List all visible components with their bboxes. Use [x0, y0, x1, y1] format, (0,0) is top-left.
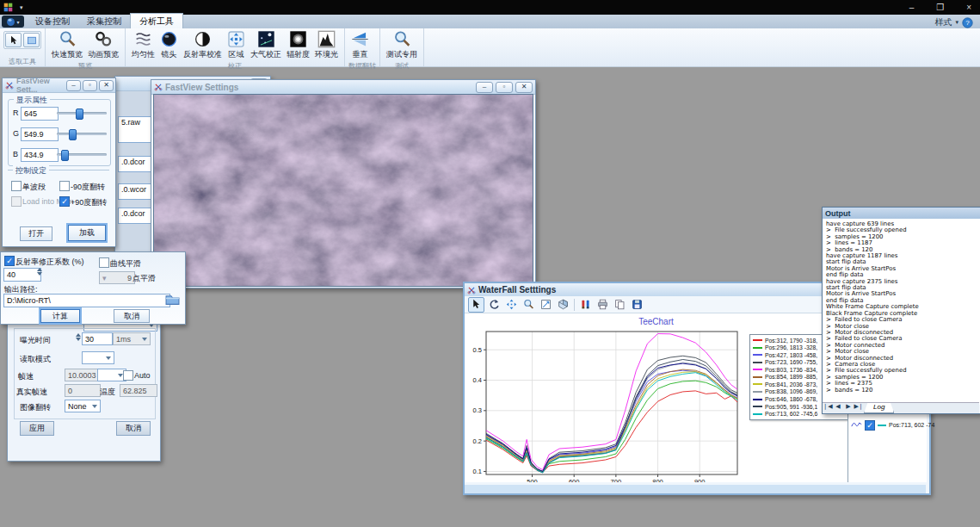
smooth-checkbox[interactable] [99, 257, 109, 268]
ribbon-button[interactable]: 环境光 [312, 29, 341, 61]
fastview-minimize-button[interactable]: – [66, 80, 81, 91]
style-dropdown[interactable]: 样式 [934, 16, 952, 28]
channel-G-input[interactable]: 549.9 [21, 127, 59, 141]
legend-swatch [753, 399, 762, 400]
log-prev-button[interactable]: ◀ [833, 403, 843, 413]
channel-G-slider[interactable] [57, 133, 107, 135]
folder-browse-icon[interactable] [165, 292, 180, 307]
app-menu-caret-icon: ▾ [16, 19, 19, 25]
channel-R-slider-thumb[interactable] [76, 108, 83, 120]
close-button[interactable]: × [966, 3, 971, 12]
ribbon-button[interactable]: 区域 [225, 29, 248, 61]
ribbon-button[interactable]: 辐射度 [284, 29, 312, 61]
magnifier-icon [393, 30, 411, 48]
tool-select-rect-button[interactable] [23, 33, 40, 47]
auto-checkbox[interactable] [123, 370, 133, 381]
smooth-points-dropdown[interactable]: ▾9 [99, 271, 135, 284]
output-log[interactable]: have capture 639 lines> File successfull… [823, 219, 980, 405]
legend-swatch [753, 362, 762, 363]
wf-zoom-button[interactable] [521, 298, 536, 312]
wf-save-button[interactable] [630, 298, 644, 312]
legend-label: Pos:713, 602 -745,6 [765, 411, 817, 417]
legend-label: Pos:312, 1790 -318, [765, 338, 817, 344]
app-menu-button[interactable]: ▾ [2, 16, 24, 28]
curve-icon [851, 419, 862, 431]
channel-R-slider[interactable] [57, 112, 107, 115]
channel-G-slider-thumb[interactable] [69, 129, 77, 140]
wf-tools-button[interactable] [578, 298, 593, 312]
ribbon-button[interactable]: 测试专用 [384, 29, 420, 61]
series-list-item[interactable]: ✓ Pos:713, 602 -74 [851, 419, 934, 431]
ribbon-tab-3[interactable]: 分析工具 [130, 13, 183, 28]
framerate-input[interactable]: 10.0003 [65, 369, 101, 381]
wf-cursor-button[interactable] [468, 297, 484, 313]
open-button[interactable]: 打开 [20, 226, 52, 241]
x-tick-label: 500 [527, 478, 538, 482]
exposure-unit-dropdown[interactable]: 1ms [113, 332, 151, 345]
readmode-dropdown[interactable] [82, 351, 114, 364]
ribbon-button[interactable]: 反射率校准 [181, 29, 225, 61]
channel-B-input[interactable]: 434.9 [21, 148, 59, 162]
image-maximize-button[interactable]: ▫ [496, 82, 513, 93]
magnifier-icon [59, 30, 77, 48]
log-tab[interactable]: Log [864, 403, 894, 413]
spectral-preview-image[interactable] [154, 95, 533, 286]
fastview-close-button[interactable]: ✕ [99, 80, 114, 91]
camera-cancel-button[interactable]: 取消 [116, 421, 151, 436]
apply-button[interactable]: 应用 [20, 421, 54, 436]
channel-B-slider[interactable] [57, 153, 107, 156]
log-last-button[interactable]: ▶❘ [854, 403, 864, 413]
output-titlebar[interactable]: Output [823, 208, 980, 220]
ribbon-button[interactable]: 动画预览 [85, 29, 121, 61]
ribbon-button[interactable]: 垂直 [348, 29, 372, 61]
image-close-button[interactable]: ✕ [515, 82, 533, 93]
folder-icon[interactable] [165, 292, 180, 307]
checkbox-1[interactable] [59, 181, 70, 191]
series-visible-checkbox[interactable]: ✓ [865, 420, 875, 431]
flip-dropdown[interactable]: None [65, 400, 101, 412]
image-minimize-button[interactable]: – [476, 82, 493, 93]
y-tick-label: 0.1 [473, 468, 482, 475]
ribbon-button-label: 快速预览 [52, 49, 83, 60]
wf-undo-button[interactable] [487, 298, 502, 312]
legend-swatch [753, 406, 762, 407]
help-circle-icon[interactable]: ? [962, 17, 973, 28]
calculate-button[interactable]: 计算 [40, 309, 80, 323]
load-button[interactable]: 加载 [68, 225, 106, 241]
ribbon-tab-1[interactable]: 设备控制 [27, 14, 78, 28]
minimize-button[interactable]: – [909, 3, 915, 12]
exposure-input[interactable]: 30 [82, 332, 113, 345]
checkbox-2[interactable] [11, 196, 22, 207]
checkbox-3[interactable]: ✓ [59, 196, 70, 207]
ribbon-button-label: 大气校正 [250, 49, 281, 60]
channel-B-slider-thumb[interactable] [61, 150, 69, 161]
restore-button[interactable]: ❐ [936, 3, 944, 12]
wf-view-3d-button[interactable] [556, 298, 570, 312]
image-window-titlebar[interactable]: FastView Settings – ▫ ✕ [151, 80, 535, 95]
reflect-cancel-button[interactable]: 取消 [114, 309, 150, 323]
channel-R-input[interactable]: 645 [21, 107, 59, 121]
ribbon-button[interactable]: 大气校正 [248, 29, 284, 61]
tool-cursor-button[interactable] [5, 33, 22, 47]
log-first-button[interactable]: ❘◀ [823, 403, 833, 413]
checkbox-0[interactable] [11, 181, 22, 191]
night-sky-icon [257, 30, 275, 48]
help-icon[interactable]: ? [962, 17, 973, 28]
ribbon-button[interactable]: 均匀性 [129, 29, 157, 61]
legend-label: Pos:838, 1096 -869, [765, 388, 817, 394]
quick-access-caret-icon[interactable]: ▾ [20, 4, 23, 11]
style-caret-icon[interactable]: ▾ [955, 19, 958, 26]
wf-print-button[interactable] [595, 298, 610, 312]
coef-checkbox[interactable]: ✓ [4, 256, 15, 266]
ribbon-tab-2[interactable]: 采集控制 [78, 14, 130, 28]
output-path-input[interactable]: D:\Micro-RT\ [3, 294, 170, 307]
fastview-maximize-button[interactable]: ▫ [83, 80, 97, 91]
wf-pan-button[interactable] [504, 298, 519, 312]
log-next-button[interactable]: ▶ [843, 403, 854, 413]
wf-copy-button[interactable] [613, 298, 627, 312]
ribbon-button[interactable]: 镜头 [157, 29, 181, 61]
fastview-panel-titlebar[interactable]: FastView Sett... – ▫ ✕ [3, 78, 115, 93]
ribbon-button[interactable]: 快速预览 [49, 29, 85, 61]
wf-view-2d-button[interactable] [539, 298, 553, 312]
framerate-dropdown[interactable] [97, 369, 126, 381]
